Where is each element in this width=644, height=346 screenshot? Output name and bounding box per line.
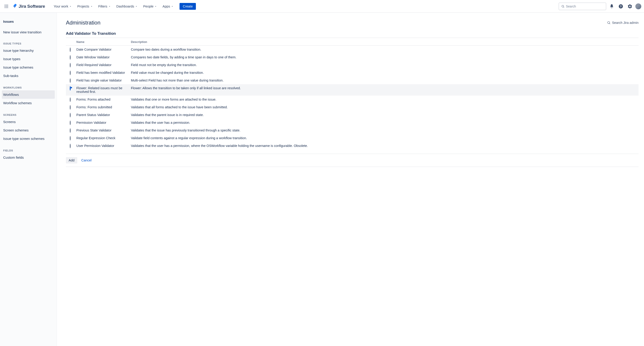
sidebar-back-link[interactable]: Issues (2, 18, 55, 28)
sidebar-group: WORKFLOWSWorkflowsWorkflow schemes (2, 84, 55, 107)
sidebar-top-link[interactable]: New issue view transition (2, 28, 55, 36)
validator-description: Validates that the parent issue is in re… (129, 111, 638, 119)
radio-input[interactable] (70, 105, 71, 110)
nav-item-people[interactable]: People (141, 3, 160, 9)
radio-input[interactable] (70, 128, 71, 133)
nav-item-label: Apps (162, 4, 170, 8)
sidebar-item-issue-type-schemes[interactable]: Issue type schemes (2, 63, 55, 71)
notifications-icon[interactable] (608, 3, 615, 10)
table-row[interactable]: Flower: Related issues must be resolved … (66, 84, 638, 96)
admin-search-label: Search Jira admin (612, 21, 638, 24)
nav-item-label: Projects (77, 4, 89, 8)
sidebar-item-screen-schemes[interactable]: Screen schemes (2, 126, 55, 134)
validator-description: Validates that one or more forms are att… (129, 96, 638, 103)
svg-point-1 (6, 4, 6, 5)
svg-point-13 (608, 21, 610, 24)
radio-input[interactable] (70, 47, 71, 52)
search-input[interactable] (566, 4, 604, 8)
validator-name: Previous State Validator (74, 126, 129, 134)
table-row[interactable]: Date Window ValidatorCompares two date f… (66, 53, 638, 61)
main-content: Administration Search Jira admin Add Val… (57, 13, 644, 346)
table-row[interactable]: Previous State ValidatorValidates that t… (66, 126, 638, 134)
add-button[interactable]: Add (66, 157, 77, 163)
svg-point-2 (7, 4, 8, 5)
sidebar-group-title: FIELDS (2, 147, 55, 153)
validator-name: Field has single value Validator (74, 76, 129, 84)
nav-item-projects[interactable]: Projects (75, 3, 96, 9)
radio-input[interactable] (70, 71, 71, 75)
radio-input[interactable] (70, 113, 71, 117)
radio-input[interactable] (70, 55, 71, 60)
chevron-down-icon (90, 5, 94, 8)
validator-name: Field has been modified Validator (74, 69, 129, 76)
table-row[interactable]: Forms: Forms attachedValidates that one … (66, 96, 638, 103)
global-search[interactable] (558, 2, 606, 10)
section-title: Add Validator To Transition (66, 31, 638, 38)
radio-cell (66, 96, 74, 103)
nav-item-your-work[interactable]: Your work (51, 3, 74, 9)
cancel-button[interactable]: Cancel (81, 158, 92, 162)
radio-cell (66, 84, 74, 96)
table-row[interactable]: User Permission ValidatorValidates that … (66, 142, 638, 150)
nav-item-dashboards[interactable]: Dashboards (114, 3, 140, 9)
help-icon[interactable]: ? (617, 3, 624, 10)
primary-nav: Your workProjectsFiltersDashboardsPeople… (51, 3, 176, 9)
sidebar-item-issue-type-screen-schemes[interactable]: Issue type screen schemes (2, 134, 55, 143)
admin-search-link[interactable]: Search Jira admin (607, 21, 638, 24)
radio-input[interactable] (70, 144, 71, 148)
user-avatar[interactable] (635, 3, 641, 9)
radio-cell (66, 76, 74, 84)
radio-cell (66, 46, 74, 53)
create-button[interactable]: Create (180, 3, 196, 10)
table-row[interactable]: Regular Expression CheckValidate field c… (66, 134, 638, 142)
radio-cell (66, 61, 74, 69)
svg-point-8 (7, 7, 8, 8)
validator-description: Validates that the issue has previously … (129, 126, 638, 134)
sidebar-item-sub-tasks[interactable]: Sub-tasks (2, 71, 55, 80)
nav-item-apps[interactable]: Apps (160, 3, 176, 9)
radio-input[interactable] (70, 136, 71, 141)
nav-item-filters[interactable]: Filters (96, 3, 114, 9)
radio-input[interactable] (70, 97, 71, 102)
sidebar-item-issue-types[interactable]: Issue types (2, 55, 55, 63)
sidebar-group: SCREENSScreensScreen schemesIssue type s… (2, 111, 55, 143)
validator-name: Permission Validator (74, 119, 129, 126)
svg-point-0 (5, 4, 6, 5)
validator-name: User Permission Validator (74, 142, 129, 150)
radio-input[interactable] (70, 63, 71, 67)
app-switcher-icon[interactable] (3, 3, 10, 10)
radio-input[interactable] (70, 121, 71, 125)
sidebar-item-workflows[interactable]: Workflows (2, 90, 55, 99)
nav-item-label: Filters (98, 4, 107, 8)
sidebar-item-workflow-schemes[interactable]: Workflow schemes (2, 99, 55, 107)
validator-description: Validates that all forms attached to the… (129, 103, 638, 111)
chevron-down-icon (69, 5, 72, 8)
sidebar-item-issue-type-hierarchy[interactable]: Issue type hierarchy (2, 46, 55, 55)
search-icon (607, 21, 610, 24)
sidebar-group: ISSUE TYPESIssue type hierarchyIssue typ… (2, 40, 55, 80)
sidebar-group: FIELDSCustom fields (2, 147, 55, 162)
svg-point-7 (6, 7, 6, 8)
validator-name: Regular Expression Check (74, 134, 129, 142)
table-row[interactable]: Forms: Forms submittedValidates that all… (66, 103, 638, 111)
validator-description: Compares two date fields, by adding a ti… (129, 53, 638, 61)
validator-description: Compare two dates during a workflow tran… (129, 46, 638, 53)
product-name: Jira Software (19, 4, 45, 9)
svg-point-9 (562, 5, 564, 7)
top-nav: Jira Software Your workProjectsFiltersDa… (0, 0, 644, 13)
table-row[interactable]: Parent Status ValidatorValidates that th… (66, 111, 638, 119)
sidebar-item-custom-fields[interactable]: Custom fields (2, 153, 55, 162)
table-row[interactable]: Field Required ValidatorField must not b… (66, 61, 638, 69)
table-row[interactable]: Field has been modified ValidatorField v… (66, 69, 638, 76)
product-logo[interactable]: Jira Software (11, 4, 47, 9)
sidebar-group-title: ISSUE TYPES (2, 40, 55, 46)
radio-input[interactable] (70, 86, 71, 91)
table-row[interactable]: Date Compare ValidatorCompare two dates … (66, 46, 638, 53)
validator-name: Flower: Related issues must be resolved … (74, 84, 129, 96)
table-row[interactable]: Field has single value ValidatorMulti-se… (66, 76, 638, 84)
main-header-row: Administration Search Jira admin (66, 19, 638, 31)
table-row[interactable]: Permission ValidatorValidates that the u… (66, 119, 638, 126)
sidebar-item-screens[interactable]: Screens (2, 118, 55, 126)
settings-icon[interactable] (626, 3, 634, 10)
radio-input[interactable] (70, 78, 71, 83)
